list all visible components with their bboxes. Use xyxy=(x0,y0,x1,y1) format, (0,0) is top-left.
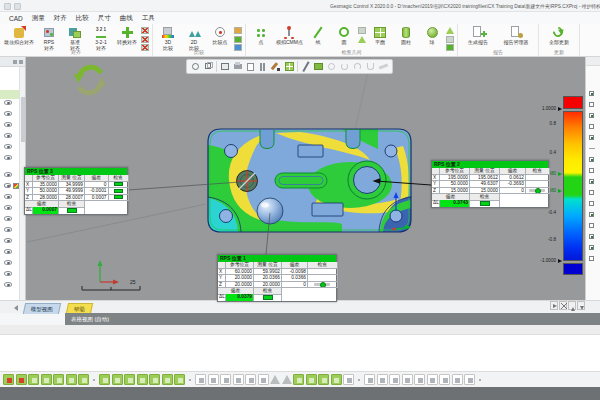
visibility-eye-icon[interactable] xyxy=(4,183,11,188)
status-icon[interactable] xyxy=(364,374,375,385)
option-row[interactable] xyxy=(586,198,600,209)
option-row[interactable] xyxy=(586,121,600,132)
model-tree-item[interactable] xyxy=(0,213,19,224)
321-align-button[interactable]: 3 2 1 3-2-1 对齐 xyxy=(89,25,113,52)
magnet-icon[interactable] xyxy=(365,61,376,72)
model-tree-item[interactable] xyxy=(0,202,19,213)
option-row[interactable] xyxy=(586,99,600,110)
measure-icon[interactable] xyxy=(378,61,389,72)
clip-plane-icon[interactable] xyxy=(326,61,337,72)
status-icon[interactable] xyxy=(220,374,231,385)
status-icon[interactable] xyxy=(402,374,413,385)
status-icon[interactable] xyxy=(208,374,219,385)
status-icon[interactable] xyxy=(41,374,52,385)
option-row[interactable] xyxy=(586,110,600,121)
model-tree-item[interactable] xyxy=(0,130,19,141)
status-icon[interactable] xyxy=(53,374,64,385)
status-icon[interactable] xyxy=(233,374,244,385)
circle-button[interactable]: 圆 xyxy=(332,25,356,46)
status-icon[interactable] xyxy=(306,374,317,385)
tab-compare[interactable]: 比较 xyxy=(76,14,89,23)
play-icon[interactable] xyxy=(550,301,558,310)
status-icon[interactable] xyxy=(427,374,438,385)
colorbar-tolerance-marker[interactable] xyxy=(558,189,562,193)
visibility-eye-icon[interactable] xyxy=(4,282,12,287)
tab-measure[interactable]: 测量 xyxy=(32,14,45,23)
tab-curve[interactable]: 曲线 xyxy=(120,14,133,23)
status-icon[interactable] xyxy=(99,374,110,385)
visibility-eye-icon[interactable] xyxy=(4,111,12,116)
model-tree-item[interactable] xyxy=(0,108,19,119)
rotate-cw-icon[interactable] xyxy=(339,61,350,72)
status-icon[interactable] xyxy=(245,374,256,385)
option-row[interactable] xyxy=(586,88,600,99)
datum-align-button[interactable]: 基准 对齐 xyxy=(63,25,87,52)
rps-table-1[interactable]: RPS 位置 1 参考位置测量 位置偏差检查 X60.000059.9902-0… xyxy=(217,254,337,302)
status-icon[interactable] xyxy=(16,374,27,385)
status-icon[interactable] xyxy=(112,374,123,385)
visibility-eye-icon[interactable] xyxy=(4,205,12,210)
checkbox-checked-icon[interactable] xyxy=(589,179,594,184)
status-icon[interactable] xyxy=(389,374,400,385)
checkbox-checked-icon[interactable] xyxy=(589,157,594,162)
status-icon[interactable] xyxy=(258,374,269,385)
status-icon[interactable] xyxy=(452,374,463,385)
status-icon[interactable] xyxy=(162,374,173,385)
close-icon[interactable] xyxy=(559,301,567,310)
colorbar-max-marker[interactable] xyxy=(558,107,562,111)
checkbox-icon[interactable] xyxy=(589,190,594,195)
scrollbar-thumb[interactable] xyxy=(21,97,25,142)
transform-align-button[interactable]: 转换对齐 xyxy=(115,25,139,46)
checkbox-icon[interactable] xyxy=(589,256,594,261)
visibility-eye-icon[interactable] xyxy=(4,260,12,265)
checkbox-checked-icon[interactable] xyxy=(589,212,594,217)
status-icon[interactable] xyxy=(28,374,39,385)
point-button[interactable]: 点 xyxy=(249,25,273,46)
orbit-icon[interactable] xyxy=(190,61,201,72)
checkbox-checked-icon[interactable] xyxy=(589,234,594,239)
visibility-eye-icon[interactable] xyxy=(4,100,12,105)
visibility-eye-icon[interactable] xyxy=(4,133,12,138)
status-icon[interactable] xyxy=(414,374,425,385)
checkbox-checked-icon[interactable] xyxy=(589,113,594,118)
colorbar-tolerance-marker[interactable] xyxy=(558,172,562,176)
model-tree-item[interactable] xyxy=(0,152,19,163)
section-line-icon[interactable] xyxy=(300,61,311,72)
option-row[interactable] xyxy=(586,231,600,242)
option-row[interactable] xyxy=(586,220,600,231)
table-view-pane-header[interactable]: 表格视图 (自动) xyxy=(65,313,600,325)
model-tree-item[interactable] xyxy=(0,169,19,180)
checkbox-checked-icon[interactable] xyxy=(589,91,594,96)
visibility-eye-icon[interactable] xyxy=(4,172,12,177)
status-icon[interactable] xyxy=(439,374,450,385)
checkbox-icon[interactable] xyxy=(589,223,594,228)
visibility-eye-icon[interactable] xyxy=(4,216,12,221)
best-fit-align-button[interactable]: 最佳拟合对齐 xyxy=(3,25,35,46)
colorbar-min-marker[interactable] xyxy=(558,259,562,263)
checkbox-icon[interactable] xyxy=(589,168,594,173)
option-row[interactable] xyxy=(586,187,600,198)
cylinder-button[interactable]: 圆柱 xyxy=(394,25,418,46)
status-icon[interactable] xyxy=(377,374,388,385)
split-view-icon[interactable] xyxy=(258,61,269,72)
3d-compare-button[interactable]: 3D 比较 xyxy=(156,25,180,52)
collapse-left-icon[interactable] xyxy=(14,305,18,311)
status-icon[interactable] xyxy=(343,374,354,385)
option-row[interactable] xyxy=(586,242,600,253)
status-icon[interactable] xyxy=(3,374,14,385)
status-icon[interactable] xyxy=(149,374,160,385)
close-icon[interactable] xyxy=(19,60,23,64)
model-tree-item[interactable] xyxy=(0,224,19,235)
visibility-eye-icon[interactable] xyxy=(4,144,12,149)
checkbox-checked-icon[interactable] xyxy=(589,245,594,250)
model-tree-item[interactable] xyxy=(0,119,19,130)
model-tree-item[interactable] xyxy=(0,246,19,257)
status-icon[interactable] xyxy=(137,374,148,385)
save-icon[interactable] xyxy=(4,3,11,10)
pin-icon[interactable] xyxy=(13,60,17,64)
generate-report-button[interactable]: 生成报告 xyxy=(461,25,495,46)
paint-brush-icon[interactable] xyxy=(271,61,282,72)
rps-table-2[interactable]: RPS 位置 2 参考位置测量 位置偏差检查 X195.0000195.0612… xyxy=(431,160,549,208)
rps-align-button[interactable]: RPS 对齐 xyxy=(37,25,61,52)
print-icon[interactable] xyxy=(232,61,243,72)
